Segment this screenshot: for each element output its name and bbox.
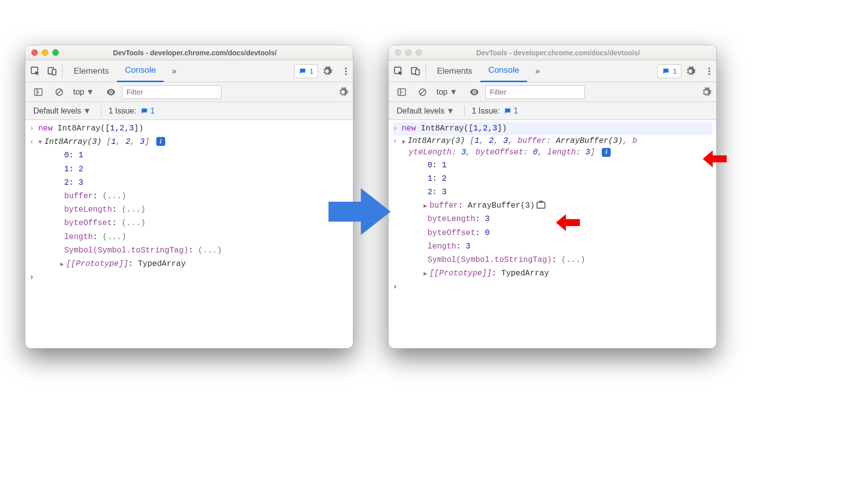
kebab-icon[interactable] — [339, 64, 353, 78]
property-row[interactable]: 1: 2 — [29, 163, 349, 176]
filter-input[interactable] — [122, 85, 221, 99]
property-row[interactable]: 1: 2 — [393, 172, 712, 186]
output-row[interactable]: ‹ ▼Int8Array(3) [1, 2, 3] i — [29, 135, 349, 149]
info-icon[interactable]: i — [602, 148, 611, 157]
console-toolbar: top▼ — [389, 82, 716, 102]
kebab-icon[interactable] — [702, 64, 716, 78]
svg-rect-2 — [52, 69, 56, 75]
live-expression-icon[interactable] — [104, 85, 118, 99]
levels-selector[interactable]: Default levels▼ — [30, 107, 94, 116]
gear-icon[interactable] — [320, 64, 334, 78]
property-row[interactable]: Symbol(Symbol.toStringTag): (...) — [393, 253, 712, 267]
svg-point-13 — [708, 70, 710, 72]
tab-console[interactable]: Console — [480, 60, 527, 82]
console-levels: Default levels▼ 1 Issue: 1 — [389, 102, 716, 120]
property-row[interactable]: buffer: (...) — [29, 190, 349, 203]
sidebar-toggle-icon[interactable] — [395, 85, 409, 99]
svg-rect-11 — [416, 69, 419, 75]
devtools-tabs: Elements Console » 1 — [25, 60, 353, 82]
console-levels: Default levels▼ 1 Issue: 1 — [25, 102, 353, 120]
issues-count: 1 — [310, 67, 314, 75]
console-output: › new Int8Array([1,2,3]) ‹ ▼Int8Array(3)… — [25, 120, 353, 348]
prompt-row[interactable]: › — [29, 271, 349, 284]
input-row: › new Int8Array([1,2,3]) — [29, 122, 349, 135]
svg-point-12 — [708, 67, 710, 69]
tab-console[interactable]: Console — [117, 60, 164, 82]
inspect-icon[interactable] — [28, 64, 42, 78]
console-toolbar: top ▼ — [25, 82, 353, 102]
svg-point-4 — [345, 70, 346, 72]
issues-summary[interactable]: 1 Issue: 1 — [108, 107, 155, 116]
property-row[interactable]: length: 3 — [393, 240, 712, 253]
property-row[interactable]: Symbol(Symbol.toStringTag): (...) — [29, 244, 349, 257]
maximize-icon[interactable] — [52, 49, 59, 56]
clear-console-icon[interactable] — [52, 85, 66, 99]
inspect-icon[interactable] — [392, 64, 406, 78]
prototype-row[interactable]: ▶[[Prototype]]: TypedArray — [393, 267, 712, 280]
property-row[interactable]: 0: 1 — [393, 159, 712, 172]
tab-elements[interactable]: Elements — [429, 60, 480, 82]
context-selector[interactable]: top▼ — [434, 88, 460, 97]
highlight-arrow-icon — [555, 213, 580, 232]
property-row[interactable]: length: (...) — [29, 231, 349, 244]
svg-point-8 — [110, 91, 112, 93]
gear-icon[interactable] — [683, 64, 697, 78]
prompt-row[interactable]: › — [393, 280, 712, 294]
device-toggle-icon[interactable] — [45, 64, 59, 78]
minimize-icon[interactable] — [405, 49, 412, 56]
property-row[interactable]: byteOffset: (...) — [29, 217, 349, 230]
svg-point-5 — [345, 73, 346, 75]
levels-selector[interactable]: Default levels▼ — [394, 107, 457, 116]
svg-point-3 — [345, 67, 346, 69]
highlight-arrow-icon — [702, 149, 727, 168]
console-settings-icon[interactable] — [336, 85, 350, 99]
issues-summary[interactable]: 1 Issue: 1 — [472, 107, 518, 116]
issues-indicator[interactable]: 1 — [294, 64, 318, 78]
property-row[interactable]: byteLength: (...) — [29, 203, 349, 217]
devtools-window-before: DevTools - developer.chrome.com/docs/dev… — [25, 45, 353, 349]
svg-point-14 — [708, 73, 710, 75]
property-row[interactable]: 0: 1 — [29, 149, 349, 162]
devtools-tabs: Elements Console » 1 — [389, 60, 716, 82]
titlebar[interactable]: DevTools - developer.chrome.com/docs/dev… — [389, 45, 716, 60]
property-row[interactable]: byteOffset: 0 — [393, 227, 712, 240]
tab-more[interactable]: » — [164, 60, 184, 82]
close-icon[interactable] — [395, 49, 401, 56]
context-label: top — [73, 88, 84, 97]
maximize-icon[interactable] — [416, 49, 422, 56]
output-row[interactable]: ‹ ▼Int8Array(3) [1, 2, 3, buffer: ArrayB… — [393, 135, 712, 158]
info-icon[interactable]: i — [156, 137, 165, 146]
console-settings-icon[interactable] — [699, 85, 713, 99]
titlebar[interactable]: DevTools - developer.chrome.com/docs/dev… — [25, 45, 353, 60]
clear-console-icon[interactable] — [416, 85, 430, 99]
tab-more[interactable]: » — [527, 60, 547, 82]
close-icon[interactable] — [31, 49, 38, 56]
window-title: DevTools - developer.chrome.com/docs/dev… — [436, 49, 710, 57]
input-row: › new Int8Array([1,2,3]) — [393, 122, 712, 135]
property-row[interactable]: byteLength: 3 — [393, 213, 712, 226]
tab-elements[interactable]: Elements — [66, 60, 117, 82]
issues-count: 1 — [673, 67, 677, 75]
comparison-arrow-icon — [328, 184, 393, 239]
device-toggle-icon[interactable] — [409, 64, 423, 78]
property-row[interactable]: 2: 3 — [393, 186, 712, 199]
devtools-window-after: DevTools - developer.chrome.com/docs/dev… — [388, 45, 717, 349]
property-row[interactable]: 2: 3 — [29, 176, 349, 190]
console-output: › new Int8Array([1,2,3]) ‹ ▼Int8Array(3)… — [389, 120, 716, 348]
live-expression-icon[interactable] — [467, 85, 481, 99]
sidebar-toggle-icon[interactable] — [31, 85, 45, 99]
memory-icon[interactable] — [537, 202, 545, 209]
filter-input[interactable] — [485, 85, 585, 99]
window-title: DevTools - developer.chrome.com/docs/dev… — [73, 49, 347, 57]
context-selector[interactable]: top ▼ — [70, 88, 97, 97]
buffer-row[interactable]: ▶buffer: ArrayBuffer(3) — [393, 199, 712, 213]
svg-point-17 — [473, 91, 475, 93]
issues-indicator[interactable]: 1 — [657, 64, 681, 78]
prototype-row[interactable]: ▶[[Prototype]]: TypedArray — [29, 257, 349, 271]
minimize-icon[interactable] — [42, 49, 48, 56]
